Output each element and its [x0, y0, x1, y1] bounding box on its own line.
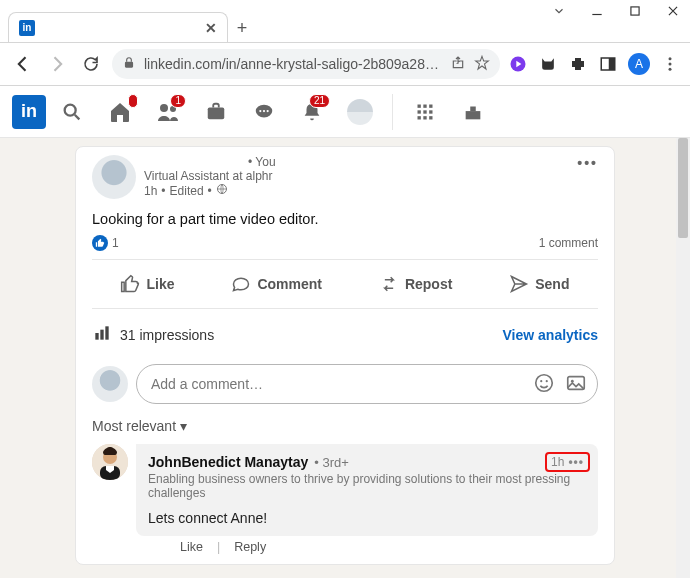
svg-point-9 — [160, 104, 168, 112]
messaging-icon[interactable] — [242, 90, 286, 134]
impressions-text[interactable]: 31 impressions — [120, 327, 214, 343]
reactions-summary[interactable]: 1 — [92, 235, 119, 251]
close-icon[interactable] — [666, 4, 680, 21]
nav-badge-network: 1 — [170, 94, 186, 108]
lock-icon — [122, 56, 136, 73]
comment-input[interactable]: Add a comment… — [136, 364, 598, 404]
my-comment-avatar[interactable] — [92, 366, 128, 402]
cat-extension-icon[interactable] — [538, 54, 558, 74]
svg-rect-22 — [418, 116, 421, 119]
window-controls — [0, 0, 690, 12]
svg-point-14 — [263, 109, 265, 111]
svg-rect-21 — [429, 110, 432, 113]
reload-button[interactable] — [78, 51, 104, 77]
emoji-icon[interactable] — [533, 372, 555, 397]
post-actions-row: Like Comment Repost Send — [92, 260, 598, 309]
view-analytics-link[interactable]: View analytics — [503, 327, 598, 343]
svg-rect-30 — [105, 326, 108, 339]
url-text: linkedin.com/in/anne-krystal-saligo-2b80… — [144, 56, 442, 72]
scrollbar-thumb[interactable] — [678, 138, 688, 238]
comment-overflow-button[interactable]: ••• — [568, 455, 584, 469]
post-time: 1h — [144, 184, 157, 198]
panel-icon[interactable] — [598, 54, 618, 74]
svg-rect-24 — [429, 116, 432, 119]
play-extension-icon[interactable] — [508, 54, 528, 74]
analytics-icon — [92, 323, 112, 346]
svg-point-33 — [546, 380, 548, 382]
like-button[interactable]: Like — [108, 264, 186, 304]
new-tab-button[interactable]: + — [228, 14, 256, 42]
svg-rect-23 — [423, 116, 426, 119]
comment-button[interactable]: Comment — [219, 264, 334, 304]
chevron-down-icon: ▾ — [180, 418, 187, 434]
commenter-degree: 3rd+ — [322, 455, 348, 470]
post-author-avatar[interactable] — [92, 155, 136, 199]
jobs-icon[interactable] — [194, 90, 238, 134]
send-label: Send — [535, 276, 569, 292]
image-icon[interactable] — [565, 372, 587, 397]
svg-rect-19 — [418, 110, 421, 113]
send-button[interactable]: Send — [497, 264, 581, 304]
browser-profile-avatar[interactable]: A — [628, 53, 650, 75]
advertise-icon[interactable] — [451, 90, 495, 134]
apps-grid-icon[interactable] — [403, 90, 447, 134]
bookmark-star-icon[interactable] — [474, 55, 490, 74]
post-comment-count[interactable]: 1 comment — [539, 236, 598, 250]
like-label: Like — [146, 276, 174, 292]
network-icon[interactable]: 1 — [146, 90, 190, 134]
chevron-down-icon[interactable] — [552, 4, 566, 21]
comment-sort-dropdown[interactable]: Most relevant ▾ — [92, 416, 598, 444]
post-overflow-button[interactable]: ••• — [577, 155, 598, 171]
comment-placeholder: Add a comment… — [151, 376, 263, 392]
post-author-subtitle: Virtual Assistant at alphr — [144, 169, 276, 183]
nav-badge-home — [128, 94, 138, 108]
globe-icon — [216, 183, 228, 198]
svg-rect-0 — [631, 6, 639, 14]
impressions-row: 31 impressions View analytics — [92, 309, 598, 360]
maximize-icon[interactable] — [628, 4, 642, 21]
svg-rect-17 — [423, 104, 426, 107]
scrollbar-track[interactable] — [676, 138, 690, 578]
svg-point-8 — [65, 104, 76, 115]
post-you-label: • You — [248, 155, 276, 169]
comment-text: Lets connect Anne! — [148, 510, 586, 526]
repost-button[interactable]: Repost — [367, 264, 464, 304]
page-body: • You Virtual Assistant at alphr 1h • Ed… — [0, 138, 690, 578]
sort-label: Most relevant — [92, 418, 176, 434]
svg-rect-25 — [466, 111, 481, 119]
svg-point-6 — [669, 63, 672, 66]
svg-rect-18 — [429, 104, 432, 107]
linkedin-logo-icon[interactable]: in — [12, 95, 46, 129]
back-button[interactable] — [10, 51, 36, 77]
commenter-headline: Enabling business owners to thrive by pr… — [148, 472, 586, 500]
linkedin-favicon-icon: in — [19, 20, 35, 36]
forward-button[interactable] — [44, 51, 70, 77]
svg-rect-28 — [95, 333, 98, 340]
search-icon[interactable] — [50, 90, 94, 134]
share-icon[interactable] — [450, 55, 466, 74]
comment-item: JohnBenedict Manaytay • 3rd+ Enabling bu… — [92, 444, 598, 564]
svg-point-32 — [540, 380, 542, 382]
puzzle-icon[interactable] — [568, 54, 588, 74]
notifications-icon[interactable]: 21 — [290, 90, 334, 134]
overflow-menu-icon[interactable] — [660, 54, 680, 74]
minimize-icon[interactable] — [590, 4, 604, 21]
tab-strip: in ✕ + — [0, 12, 690, 42]
comment-time-highlight: 1h ••• — [545, 452, 590, 472]
comment-time: 1h — [551, 455, 564, 469]
home-icon[interactable] — [98, 90, 142, 134]
svg-rect-29 — [100, 330, 103, 340]
svg-point-7 — [669, 68, 672, 71]
nav-divider — [392, 94, 393, 130]
post-edited-label: Edited — [170, 184, 204, 198]
comment-reply-button[interactable]: Reply — [234, 540, 266, 554]
me-avatar[interactable] — [338, 90, 382, 134]
browser-tab[interactable]: in ✕ — [8, 12, 228, 42]
close-tab-icon[interactable]: ✕ — [205, 20, 217, 36]
comment-like-button[interactable]: Like — [180, 540, 203, 554]
commenter-avatar[interactable] — [92, 444, 128, 480]
svg-rect-16 — [418, 104, 421, 107]
omnibox[interactable]: linkedin.com/in/anne-krystal-saligo-2b80… — [112, 49, 500, 79]
address-bar: linkedin.com/in/anne-krystal-saligo-2b80… — [0, 42, 690, 86]
commenter-name[interactable]: JohnBenedict Manaytay — [148, 454, 308, 470]
